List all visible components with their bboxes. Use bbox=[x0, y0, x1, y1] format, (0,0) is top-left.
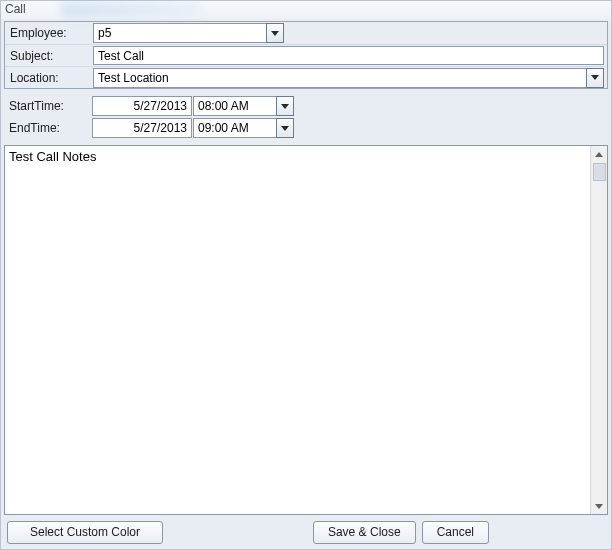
notes-textarea[interactable] bbox=[5, 146, 590, 514]
cancel-button[interactable]: Cancel bbox=[422, 521, 489, 544]
employee-input[interactable] bbox=[93, 23, 266, 43]
location-input[interactable] bbox=[93, 68, 586, 88]
endtime-label: EndTime: bbox=[7, 121, 92, 135]
title-bar: Call bbox=[1, 1, 611, 19]
scroll-up-button[interactable] bbox=[592, 146, 607, 162]
location-combo[interactable] bbox=[93, 68, 604, 88]
footer-bar: Select Custom Color Save & Close Cancel bbox=[1, 519, 611, 549]
window-title: Call bbox=[5, 2, 26, 16]
time-form: StartTime: EndTime: bbox=[4, 95, 608, 139]
starttime-label: StartTime: bbox=[7, 99, 92, 113]
chevron-down-icon bbox=[281, 104, 289, 109]
background-blur bbox=[61, 1, 201, 17]
location-label: Location: bbox=[8, 71, 93, 85]
subject-label: Subject: bbox=[8, 49, 93, 63]
chevron-down-icon bbox=[281, 126, 289, 131]
start-time-input[interactable] bbox=[193, 96, 276, 116]
start-time-combo[interactable] bbox=[193, 96, 294, 116]
start-time-dropdown-button[interactable] bbox=[276, 96, 294, 116]
chevron-down-icon bbox=[591, 75, 599, 80]
end-time-input[interactable] bbox=[193, 118, 276, 138]
end-date-input[interactable] bbox=[92, 118, 192, 138]
scroll-thumb[interactable] bbox=[593, 163, 606, 181]
chevron-down-icon bbox=[271, 31, 279, 36]
scrollbar[interactable] bbox=[590, 146, 607, 514]
header-form: Employee: Subject: Location: bbox=[4, 21, 608, 89]
end-time-dropdown-button[interactable] bbox=[276, 118, 294, 138]
subject-input[interactable] bbox=[93, 46, 604, 65]
select-custom-color-button[interactable]: Select Custom Color bbox=[7, 521, 163, 544]
employee-label: Employee: bbox=[8, 26, 93, 40]
end-time-combo[interactable] bbox=[193, 118, 294, 138]
call-dialog: Call Employee: Subject: Location: bbox=[0, 0, 612, 550]
start-date-input[interactable] bbox=[92, 96, 192, 116]
employee-combo[interactable] bbox=[93, 23, 284, 43]
scroll-down-button[interactable] bbox=[592, 498, 607, 514]
notes-area bbox=[4, 145, 608, 515]
location-dropdown-button[interactable] bbox=[586, 68, 604, 88]
save-and-close-button[interactable]: Save & Close bbox=[313, 521, 416, 544]
employee-dropdown-button[interactable] bbox=[266, 23, 284, 43]
